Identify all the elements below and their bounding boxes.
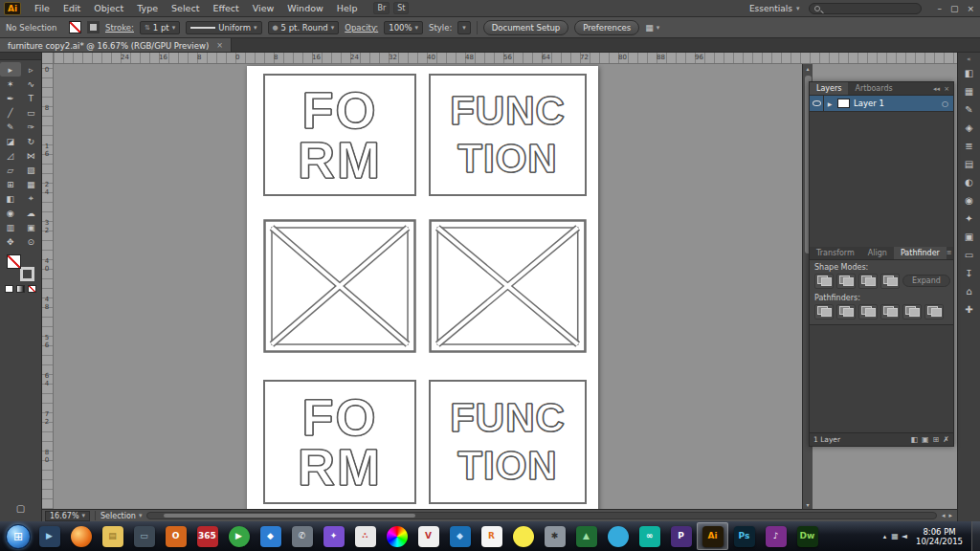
p-app-icon[interactable]: P <box>665 522 697 550</box>
fill-stroke-indicator[interactable] <box>4 254 37 281</box>
preferences-button[interactable]: Preferences <box>574 20 639 35</box>
layer-thumbnail[interactable] <box>837 99 850 108</box>
brushes-panel-icon[interactable]: ✎ <box>962 102 977 117</box>
horizontal-scrollbar[interactable] <box>146 512 937 519</box>
music-app-icon[interactable]: ♪ <box>760 522 791 550</box>
sky-circle-icon[interactable] <box>602 522 634 550</box>
scale-tool[interactable]: ◿ <box>0 148 21 163</box>
monitor-icon[interactable]: ▭ <box>128 522 160 550</box>
chevron-down-icon[interactable]: ▾ <box>254 24 257 32</box>
dreamweaver-icon[interactable]: Dw <box>791 522 823 550</box>
rotate-tool[interactable]: ↻ <box>21 134 42 148</box>
shape-builder-tool[interactable]: ▨ <box>21 163 42 177</box>
panel-menu-icon[interactable]: ≡ <box>947 249 952 256</box>
function-stencil-design-1[interactable]: FUNC TION <box>429 74 587 196</box>
fill-indicator[interactable] <box>7 254 21 269</box>
make-clipping-mask-icon[interactable]: ◧ <box>910 435 918 444</box>
fill-swatch[interactable] <box>69 21 81 33</box>
info-panel-icon[interactable]: ✚ <box>962 302 977 317</box>
r-app-icon[interactable]: R <box>476 522 507 550</box>
menu-item[interactable]: View <box>246 1 281 15</box>
blue-app-icon[interactable]: ◆ <box>255 522 286 550</box>
line-segment-tool[interactable]: ╱ <box>0 105 21 120</box>
firefox-icon[interactable] <box>65 522 97 550</box>
infinity-icon[interactable]: ∞ <box>634 522 665 550</box>
horizontal-scroll-thumb[interactable] <box>164 514 416 518</box>
panel-tab[interactable]: Align <box>861 247 894 259</box>
menu-item[interactable]: Edit <box>56 1 87 15</box>
scroll-right-icon[interactable]: ▸ <box>948 512 952 519</box>
document-tab[interactable]: furniture copy2.ai* @ 16.67% (RGB/GPU Pr… <box>0 38 232 52</box>
window-control-icon[interactable]: × <box>967 4 974 13</box>
menu-item[interactable]: Type <box>130 1 165 15</box>
minus-back-button[interactable] <box>924 304 944 320</box>
x-frame-design-1[interactable] <box>263 219 416 353</box>
blend-tool[interactable]: ◉ <box>0 206 21 220</box>
style-select[interactable]: ▾ <box>457 21 471 34</box>
eraser-tool[interactable]: ◪ <box>0 134 21 148</box>
green-play-icon[interactable]: ▶ <box>223 522 255 550</box>
window-control-icon[interactable]: ▢ <box>950 4 959 13</box>
eyedropper-tool[interactable]: ⌖ <box>21 191 42 206</box>
symbol-sprayer-tool[interactable]: ☁ <box>21 206 42 220</box>
rectangle-tool[interactable]: ▭ <box>21 105 42 120</box>
unite-button[interactable] <box>814 274 834 289</box>
tools-panel-header[interactable] <box>0 53 41 60</box>
layer-expand-icon[interactable]: ▶ <box>824 100 835 107</box>
chevron-down-icon[interactable]: ▾ <box>462 24 466 32</box>
vegas-icon[interactable]: V <box>412 522 444 550</box>
arrange-documents-button[interactable]: ▦ ▾ <box>645 23 659 33</box>
menu-item[interactable]: File <box>28 1 56 15</box>
snapchat-icon[interactable] <box>507 522 539 550</box>
expand-button[interactable]: Expand <box>902 275 950 287</box>
libraries-panel-icon[interactable]: ⌂ <box>962 284 977 298</box>
horizontal-ruler[interactable]: 24168081624324048566472808896 <box>54 53 957 64</box>
visibility-toggle[interactable] <box>810 96 824 111</box>
menu-item[interactable]: Effect <box>206 1 245 15</box>
x-frame-design-2[interactable] <box>429 219 587 353</box>
crop-button[interactable] <box>880 304 900 320</box>
mesh-tool[interactable]: ▦ <box>21 177 42 191</box>
tray-expand-icon[interactable]: ▴ <box>883 533 887 540</box>
folder-icon[interactable]: ▤ <box>97 522 128 550</box>
gear-icon[interactable]: ✱ <box>539 522 570 550</box>
menu-item[interactable]: Select <box>165 1 206 15</box>
status-display[interactable]: Selection ▾ <box>100 512 142 520</box>
minus-front-button[interactable] <box>836 274 856 289</box>
outlook-icon[interactable]: O <box>160 522 191 550</box>
panel-tab[interactable]: Layers <box>810 82 848 95</box>
layers-panel-body[interactable] <box>810 112 953 247</box>
screen-mode-button[interactable]: ▢ <box>0 503 41 514</box>
trim-button[interactable] <box>836 304 856 320</box>
asset-export-panel-icon[interactable]: ↧ <box>962 266 977 280</box>
color-button[interactable] <box>5 285 13 293</box>
magic-wand-tool[interactable]: ✶ <box>0 77 21 91</box>
window-control-icon[interactable]: – <box>937 4 942 13</box>
new-layer-icon[interactable]: ⊞ <box>933 435 940 444</box>
start-button[interactable]: ⊞ <box>3 523 33 550</box>
panel-collapse-icon[interactable]: ◂◂ <box>933 85 940 93</box>
width-profile-select[interactable]: Uniform ▾ <box>186 21 261 34</box>
photoshop-icon[interactable]: Ps <box>728 522 760 550</box>
appearance-panel-icon[interactable]: ◉ <box>962 193 977 208</box>
artboard[interactable]: FO RM FUNC TION <box>247 66 598 509</box>
panel-tab[interactable]: Pathfinder <box>894 247 947 259</box>
paintbrush-tool[interactable]: ✎ <box>0 120 21 134</box>
vertical-ruler[interactable]: 08162432404856647280 <box>42 64 54 509</box>
merge-button[interactable] <box>858 304 878 320</box>
chevron-down-icon[interactable]: ▾ <box>331 24 335 32</box>
clock[interactable]: 8:06 PM 10/24/2015 <box>912 527 967 546</box>
show-desktop-button[interactable] <box>971 521 980 551</box>
column-graph-tool[interactable]: ▥ <box>0 220 21 234</box>
scroll-up-icon[interactable]: ▴ <box>806 64 809 73</box>
hand-tool[interactable]: ✥ <box>0 234 21 249</box>
panel-close-icon[interactable]: × <box>944 85 949 93</box>
ruler-origin[interactable] <box>42 53 54 64</box>
volume-icon[interactable]: ◄ <box>902 532 907 540</box>
menu-item[interactable]: Window <box>280 1 329 15</box>
lasso-tool[interactable]: ∿ <box>21 77 42 91</box>
layer-target-icon[interactable]: ○ <box>942 99 953 108</box>
menubar-icon-button[interactable]: St <box>393 2 409 14</box>
graphic-styles-panel-icon[interactable]: ✦ <box>962 211 977 226</box>
selection-tool[interactable]: ▸ <box>0 62 21 77</box>
